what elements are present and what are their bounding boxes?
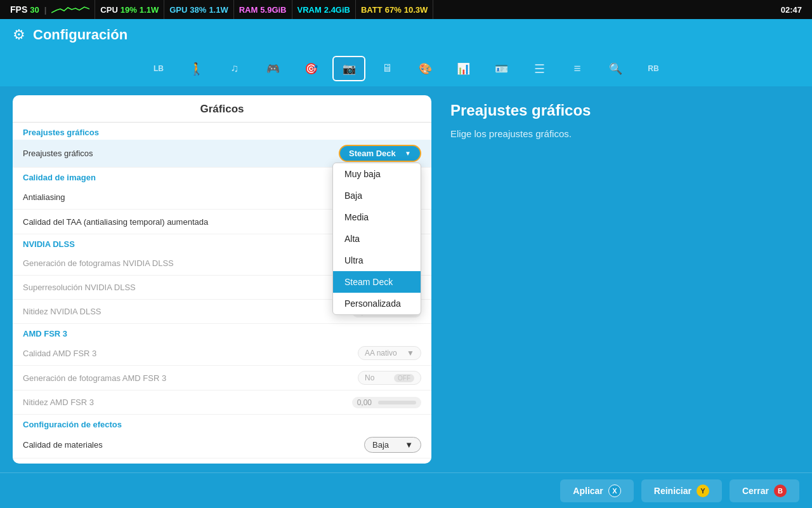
taa-label: Calidad del TAA (antialiasing temporal) … [23,217,208,227]
fsr3-gen-row: Generación de fotogramas AMD FSR 3 No OF… [13,366,431,391]
apply-badge: X [608,485,621,497]
fps-label: FPS [10,4,27,15]
apply-button[interactable]: Aplicar X [560,479,633,502]
right-panel-description: Elige los preajustes gráficos. [450,128,799,139]
reset-label: Reiniciar [654,486,691,496]
mat-cal-value: Baja [372,440,389,450]
mat-cal-row: Calidad de materiales Baja ▼ [13,432,431,458]
preset-label: Preajustes gráficos [23,149,93,158]
fsr3-cal-label: Calidad AMD FSR 3 [23,349,96,358]
fsr3-gen-dropdown: No OFF [358,371,421,385]
option-baja[interactable]: Baja [333,185,421,206]
dlss-super-label: Superresolución NVIDIA DLSS [23,283,136,292]
gpu-w: 1.1W [209,5,228,15]
fsr3-nit-row: Nitidez AMD FSR 3 0,00 [13,391,431,415]
option-alta[interactable]: Alta [333,228,421,250]
tab-monitor[interactable]: 🖥 [370,56,403,81]
tab-palette[interactable]: 🎨 [409,56,442,81]
close-label: Cerrar [742,486,769,496]
preset-dropdown-button[interactable]: Steam Deck ▼ [339,145,421,162]
gpu-pct: 38% [190,5,206,15]
main-content: Gráficos Preajustes gráficos Preajustes … [0,86,812,472]
vram-label: VRAM [298,5,322,15]
fps-sep: | [42,5,49,15]
topbar: FPS 30 | CPU 19% 1.1W GPU 38% 1.1W RAM 5… [0,0,812,19]
fsr3-cal-dropdown: AA nativo ▼ [358,346,421,360]
section-header-fsr3: AMD FSR 3 [13,324,431,341]
batt-label: BATT [361,5,383,15]
tab-filter[interactable]: ≡ [561,56,594,81]
fsr3-gen-arrow: OFF [394,374,414,382]
bottombar: Aplicar X Reiniciar Y Cerrar B [0,472,812,508]
dropdown-arrow-icon: ▼ [405,150,411,157]
reset-button[interactable]: Reiniciar Y [641,479,722,502]
page-title: Configuración [33,27,128,43]
tab-rb[interactable]: RB [637,56,670,81]
dlss-nit-label: Nitidez NVIDIA DLSS [23,307,102,316]
batt-pct: 67% [385,5,402,15]
tab-search[interactable]: 🔍 [599,56,632,81]
fsr3-nit-label: Nitidez AMD FSR 3 [23,398,94,407]
option-ultra[interactable]: Ultra [333,250,421,271]
cpu-w: 1.1W [140,5,159,15]
cpu-section: CPU 19% 1.1W [95,0,164,19]
cpu-label: CPU [100,5,117,15]
panel-body: Preajustes gráficos Preajustes gráficos … [13,123,431,464]
reset-badge: Y [697,485,709,497]
right-panel-title: Preajustes gráficos [450,102,799,119]
tab-display[interactable]: 📷 [332,56,365,81]
gpu-label: GPU [169,5,187,15]
fsr3-nit-value: 0,00 [357,398,372,407]
mat-cal-dropdown[interactable]: Baja ▼ [364,437,421,453]
close-button[interactable]: Cerrar B [730,479,799,502]
fsr3-gen-value: No [365,373,374,382]
fps-value: 30 [30,5,39,15]
option-media[interactable]: Media [333,206,421,228]
antialiasing-label: Antialiasing [23,192,65,202]
fps-section: FPS 30 | [5,0,95,19]
mat-cal-arrow: ▼ [405,440,413,450]
batt-w: 10.3W [404,5,428,15]
header: ⚙ Configuración [0,19,812,51]
panel-title: Gráficos [13,95,431,123]
fsr3-cal-arrow: ▼ [407,349,414,358]
right-panel: Preajustes gráficos Elige los preajustes… [444,95,799,464]
fps-graph [51,4,89,15]
tab-gamepad[interactable]: 🎮 [256,56,289,81]
nav-tabs: LB 🚶 ♫ 🎮 🎯 📷 🖥 🎨 📊 🪪 ☰ ≡ 🔍 RB [0,51,812,86]
fsr3-nit-slider: 0,00 [352,397,421,408]
vram-val: 2.4GiB [324,5,350,15]
ram-val: 5.9GiB [260,5,286,15]
option-steam-deck[interactable]: Steam Deck [333,271,421,293]
tab-music[interactable]: ♫ [218,56,251,81]
ram-section: RAM 5.9GiB [234,0,292,19]
section-header-efectos: Configuración de efectos [13,415,431,432]
fsr3-gen-label: Generación de fotogramas AMD FSR 3 [23,373,166,383]
preset-row: Preajustes gráficos Steam Deck ▼ Muy baj… [13,140,431,168]
gpu-section: GPU 38% 1.1W [164,0,234,19]
tab-list[interactable]: ☰ [523,56,556,81]
close-badge: B [774,485,787,497]
option-muy-baja[interactable]: Muy baja [333,163,421,185]
settings-panel: Gráficos Preajustes gráficos Preajustes … [13,95,431,464]
option-personalizada[interactable]: Personalizada [333,293,421,314]
tab-lb[interactable]: LB [142,56,175,81]
tab-user[interactable]: 🚶 [180,56,213,81]
clock: 02:47 [781,5,807,15]
tab-target[interactable]: 🎯 [294,56,327,81]
ram-label: RAM [239,5,258,15]
cpu-pct: 19% [121,5,137,15]
mat-cal-label: Calidad de materiales [23,440,103,450]
gear-icon: ⚙ [13,27,25,43]
vram-section: VRAM 2.4GiB [292,0,356,19]
apply-label: Aplicar [573,486,603,496]
fsr3-nit-bar [378,401,416,404]
section-header-preajustes: Preajustes gráficos [13,123,431,140]
preset-dropdown-menu: Muy baja Baja Media Alta Ultra Steam Dec… [332,163,421,315]
batt-section: BATT 67% 10.3W [356,0,433,19]
dlss-gen-label: Generación de fotogramas NVIDIA DLSS [23,258,174,268]
fsr3-cal-row: Calidad AMD FSR 3 AA nativo ▼ [13,341,431,366]
preset-dropdown-value: Steam Deck [349,149,396,158]
tab-idcard[interactable]: 🪪 [485,56,518,81]
tab-chart[interactable]: 📊 [447,56,480,81]
